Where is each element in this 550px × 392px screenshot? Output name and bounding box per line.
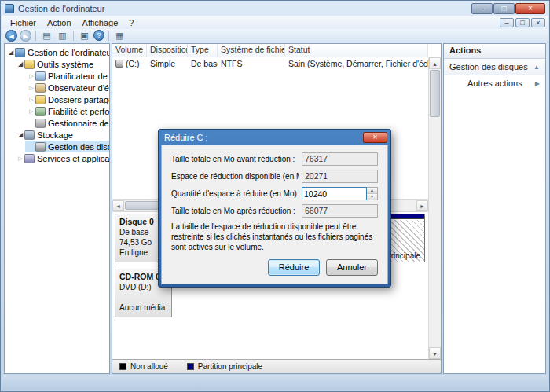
- total-before-value: 76317: [302, 152, 378, 166]
- menu-affichage[interactable]: Affichage: [77, 17, 124, 28]
- legend-bar: Non alloué Partition principale: [112, 359, 441, 373]
- disk-view-icon[interactable]: ▦: [113, 30, 126, 42]
- menu-action[interactable]: Action: [42, 17, 77, 28]
- expanded-arrow-icon[interactable]: ◢: [16, 60, 24, 68]
- field-available-shrink: Espace de réduction disponible (en Mo) :…: [171, 170, 378, 183]
- spinner-up-icon[interactable]: ▲: [367, 188, 377, 193]
- tree-item-services-applications[interactable]: ▷ Services et applications: [14, 152, 109, 164]
- collapsed-arrow-icon[interactable]: ▷: [28, 97, 35, 103]
- dialog-title: Réduire C :: [164, 133, 208, 142]
- collapsed-arrow-icon[interactable]: ▷: [16, 156, 24, 162]
- mdi-close-button[interactable]: ×: [531, 18, 545, 27]
- menu-help[interactable]: ?: [123, 17, 139, 28]
- available-shrink-value: 20271: [302, 170, 378, 183]
- toolbar-separator: [108, 31, 109, 41]
- total-after-value: 66077: [302, 204, 378, 218]
- minimize-button[interactable]: –: [471, 3, 493, 14]
- column-type[interactable]: Type: [188, 44, 218, 57]
- collapsed-arrow-icon[interactable]: ▷: [28, 85, 35, 91]
- volume-row-c[interactable]: (C:) Simple De base NTFS Sain (Système, …: [112, 57, 428, 69]
- column-status[interactable]: Statut: [285, 44, 428, 57]
- field-amount-to-shrink: Quantité d'espace à réduire (en Mo) : ▲ …: [171, 187, 378, 200]
- tree-item-gestionnaire-peripheriques[interactable]: Gestionnaire de périphé: [25, 117, 109, 129]
- menu-bar: Fichier Action Affichage ? – □ ×: [2, 16, 548, 29]
- toolbar-separator: [73, 31, 74, 41]
- task-scheduler-icon: [35, 71, 46, 81]
- tree-item-planificateur[interactable]: ▷ Planificateur de tâches: [25, 70, 109, 82]
- scroll-left-icon[interactable]: ◄: [112, 200, 124, 211]
- volume-icon: [116, 60, 123, 68]
- actions-section-disk-management[interactable]: Gestion des disques ▲: [444, 59, 545, 75]
- storage-icon: [24, 130, 35, 140]
- event-viewer-icon: [35, 83, 46, 93]
- tree-item-root[interactable]: ◢ Gestion de l'ordinateur (local): [5, 46, 109, 58]
- dialog-titlebar[interactable]: Réduire C : ×: [161, 130, 388, 145]
- shrink-volume-dialog: Réduire C : × Taille totale en Mo avant …: [158, 129, 391, 288]
- spinner: ▲ ▼: [367, 187, 378, 200]
- show-console-tree-icon[interactable]: ▤: [40, 30, 53, 42]
- window-bottom-frame: [2, 375, 548, 390]
- vertical-scroll-thumb[interactable]: [430, 70, 440, 117]
- app-icon: [5, 4, 14, 13]
- computer-icon: [15, 48, 25, 57]
- toolbar-separator: [35, 31, 36, 41]
- system-tools-icon: [24, 60, 35, 69]
- forward-icon[interactable]: ▶: [20, 30, 31, 42]
- legend-unallocated: Non alloué: [119, 362, 168, 371]
- shrink-amount-input[interactable]: [302, 187, 367, 200]
- dialog-note: La taille de l'espace de réduction dispo…: [171, 222, 378, 252]
- vertical-scrollbar[interactable]: ▲ ▼: [428, 57, 441, 359]
- actions-pane: Actions Gestion des disques ▲ Autres act…: [443, 43, 546, 374]
- console-tree: ◢ Gestion de l'ordinateur (local) ◢ Outi…: [4, 43, 110, 374]
- dialog-body: Taille totale en Mo avant réduction : 76…: [161, 145, 388, 284]
- window-title: Gestion de l'ordinateur: [18, 4, 104, 13]
- field-total-after: Taille totale en Mo après réduction : 66…: [171, 204, 378, 218]
- maximize-button[interactable]: □: [493, 3, 515, 14]
- scroll-down-icon[interactable]: ▼: [429, 347, 441, 359]
- performance-icon: [35, 107, 46, 116]
- titlebar[interactable]: Gestion de l'ordinateur – □ ×: [1, 1, 549, 16]
- collapsed-arrow-icon[interactable]: ▷: [28, 108, 35, 115]
- services-icon: [24, 154, 35, 163]
- computer-management-window: Gestion de l'ordinateur – □ × Fichier Ac…: [0, 0, 550, 392]
- unallocated-color-swatch: [119, 363, 126, 370]
- actions-item-other-actions[interactable]: Autres actions ▶: [444, 75, 545, 91]
- expanded-arrow-icon[interactable]: ◢: [7, 49, 15, 56]
- dialog-close-button[interactable]: ×: [363, 132, 387, 143]
- disk-management-icon: [35, 142, 46, 152]
- shrink-button[interactable]: Réduire: [268, 259, 320, 276]
- toolbar: ◀ ▶ ▤ ▥ ▣ ? ▦: [2, 29, 548, 42]
- column-disposition[interactable]: Disposition: [147, 44, 188, 57]
- tree-item-fiabilite[interactable]: ▷ Fiabilité et performance: [25, 105, 109, 117]
- volume-list-header: Volume Disposition Type Système de fichi…: [112, 44, 428, 57]
- actions-title: Actions: [444, 44, 545, 59]
- export-list-icon[interactable]: ▥: [56, 30, 69, 42]
- help-icon[interactable]: ?: [94, 30, 104, 41]
- shared-folders-icon: [35, 95, 46, 104]
- properties-icon[interactable]: ▣: [78, 30, 91, 42]
- close-button[interactable]: ×: [515, 3, 545, 14]
- spinner-down-icon[interactable]: ▼: [367, 193, 377, 200]
- device-manager-icon: [35, 119, 46, 128]
- scroll-up-icon[interactable]: ▲: [429, 57, 441, 69]
- primary-partition-color-swatch: [187, 363, 194, 370]
- field-total-before: Taille totale en Mo avant réduction : 76…: [171, 152, 378, 166]
- mdi-minimize-button[interactable]: –: [500, 18, 514, 27]
- tree-item-gestion-des-disques[interactable]: Gestion des disques: [25, 141, 109, 152]
- collapse-section-icon[interactable]: ▲: [534, 64, 540, 71]
- expand-item-icon[interactable]: ▶: [535, 80, 540, 87]
- mdi-restore-button[interactable]: □: [515, 18, 530, 27]
- column-volume[interactable]: Volume: [112, 44, 147, 57]
- column-filesystem[interactable]: Système de fichiers: [218, 44, 285, 57]
- tree-item-dossiers-partages[interactable]: ▷ Dossiers partagés: [25, 93, 109, 105]
- tree-item-observateur[interactable]: ▷ Observateur d'événements: [25, 82, 109, 93]
- legend-primary-partition: Partition principale: [187, 362, 262, 371]
- collapsed-arrow-icon[interactable]: ▷: [28, 73, 35, 79]
- back-icon[interactable]: ◀: [6, 30, 17, 42]
- cancel-button[interactable]: Annuler: [326, 259, 378, 276]
- scroll-right-icon[interactable]: ►: [416, 200, 428, 211]
- tree-item-stockage[interactable]: ◢ Stockage: [14, 129, 109, 141]
- tree-item-outils-systeme[interactable]: ◢ Outils système: [14, 58, 109, 70]
- expanded-arrow-icon[interactable]: ◢: [16, 131, 24, 138]
- menu-fichier[interactable]: Fichier: [5, 17, 42, 28]
